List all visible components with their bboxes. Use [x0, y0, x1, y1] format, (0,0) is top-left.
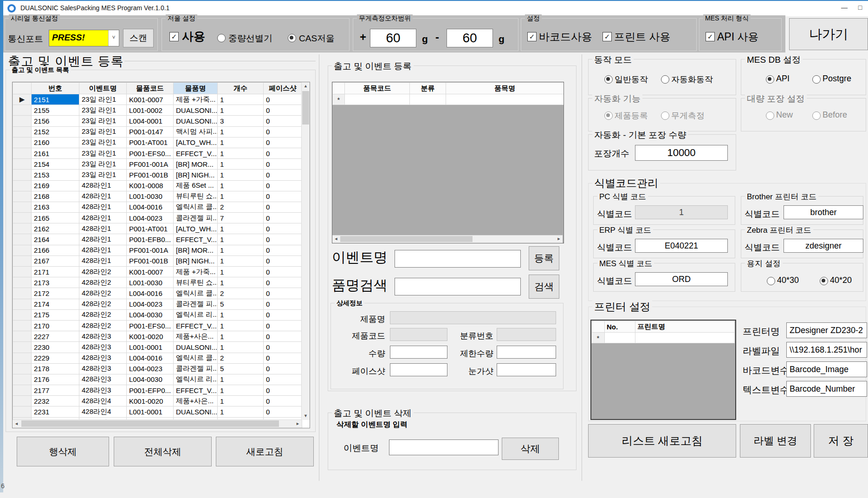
scroll-down-icon[interactable]: ▼: [302, 412, 310, 420]
table-cell[interactable]: 23일 라인1: [79, 159, 127, 170]
table-cell[interactable]: 콜라겐젤 피...: [174, 213, 218, 223]
table-cell[interactable]: 2151: [32, 94, 79, 105]
table-cell[interactable]: 428라인2: [79, 299, 127, 309]
table-cell[interactable]: L004-0023: [127, 213, 174, 223]
table-cell[interactable]: 제품 6Set ...: [174, 180, 218, 191]
paper-4030-label[interactable]: 40*30: [777, 275, 799, 285]
table-cell[interactable]: L004-0030: [127, 374, 174, 385]
table-cell[interactable]: 0: [264, 202, 302, 212]
table-cell[interactable]: 1: [218, 137, 264, 148]
table-cell[interactable]: 0: [264, 288, 302, 299]
table-cell[interactable]: 2168: [32, 191, 79, 202]
table-cell[interactable]: L001-0030: [127, 191, 174, 202]
table-cell[interactable]: 1: [218, 396, 264, 406]
col-printer-name[interactable]: 프린트명: [635, 321, 735, 333]
maximize-icon[interactable]: □: [853, 2, 867, 13]
table-cell[interactable]: L001-0030: [127, 277, 174, 288]
scroll-left-icon[interactable]: ◄: [332, 236, 340, 242]
table-cell[interactable]: 엘릭시르 클...: [174, 288, 218, 299]
table-cell[interactable]: 428라인1: [79, 256, 127, 266]
table-row[interactable]: 216123일 라인1P001-EFS0...EFFECT_V...10: [13, 148, 302, 158]
table-cell[interactable]: DUALSONI...: [174, 342, 218, 353]
table-cell[interactable]: [446, 94, 564, 105]
register-button[interactable]: 등록: [529, 246, 559, 270]
table-cell[interactable]: L004-0023: [127, 363, 174, 374]
table-cell[interactable]: 0: [264, 180, 302, 191]
vertical-scrollbar[interactable]: ▲ ▼: [301, 82, 310, 420]
table-cell[interactable]: [13, 406, 32, 417]
table-cell[interactable]: L001-0002: [127, 105, 174, 116]
label-file-input[interactable]: [786, 342, 867, 358]
table-cell[interactable]: EFFECT_V...: [174, 385, 218, 396]
table-cell[interactable]: 428라인2: [79, 309, 127, 320]
table-cell[interactable]: 0: [264, 267, 302, 277]
table-cell[interactable]: 428라인1: [79, 180, 127, 191]
table-cell[interactable]: 1: [218, 331, 264, 342]
table-cell[interactable]: 제품+사은...: [174, 396, 218, 406]
table-cell[interactable]: 0: [264, 159, 302, 170]
item-search-input[interactable]: [395, 278, 521, 295]
table-cell[interactable]: K001-0020: [127, 331, 174, 342]
table-cell[interactable]: 428라인1: [79, 213, 127, 223]
horizontal-scrollbar[interactable]: ◄ ►: [332, 235, 563, 243]
table-cell[interactable]: 1: [218, 385, 264, 396]
minimize-icon[interactable]: —: [837, 2, 851, 13]
table-cell[interactable]: 0: [264, 148, 302, 158]
table-cell[interactable]: [345, 94, 410, 105]
table-cell[interactable]: 2: [218, 288, 264, 299]
db-postgre-radio[interactable]: [812, 75, 821, 84]
table-row[interactable]: 2172428라인2L004-0016엘릭시르 클...20: [13, 288, 302, 299]
table-cell[interactable]: [13, 191, 32, 202]
table-cell[interactable]: 1: [218, 159, 264, 170]
tolerance-minus-input[interactable]: [447, 29, 493, 47]
table-row[interactable]: 2169428라인1K001-0008제품 6Set ...10: [13, 180, 302, 191]
table-cell[interactable]: 5: [218, 299, 264, 309]
table-cell[interactable]: 5: [218, 363, 264, 374]
quantity-input[interactable]: [390, 346, 447, 359]
table-cell[interactable]: [13, 137, 32, 148]
table-cell[interactable]: [13, 245, 32, 256]
table-row[interactable]: 2164428라인1P001-EFB0...EFFECT_V...10: [13, 234, 302, 245]
table-cell[interactable]: L004-0016: [127, 288, 174, 299]
table-row[interactable]: 2166428라인1PF001-001A[BR] MOR...10: [13, 245, 302, 256]
list-refresh-button[interactable]: 리스트 새로고침: [588, 424, 736, 458]
table-row[interactable]: 2231428라인4L001-0001DUALSONI...10: [13, 406, 302, 417]
table-cell[interactable]: 2154: [32, 159, 79, 170]
scan-button[interactable]: 스캔: [123, 29, 154, 47]
table-cell[interactable]: 23일 라인1: [79, 126, 127, 137]
delete-row-button[interactable]: 행삭제: [17, 437, 109, 466]
table-cell[interactable]: 1: [218, 277, 264, 288]
table-cell[interactable]: [BR] MOR...: [174, 159, 218, 170]
item-select-grid[interactable]: 품목코드 분류 품목명 * ◄ ►: [332, 82, 564, 243]
table-cell[interactable]: 2232: [32, 396, 79, 406]
table-cell[interactable]: [BR] NIGH...: [174, 170, 218, 180]
table-cell[interactable]: 1: [218, 245, 264, 256]
refresh-button[interactable]: 새로고침: [216, 437, 314, 466]
table-cell[interactable]: 2230: [32, 342, 79, 353]
scrollbar-thumb[interactable]: [21, 420, 279, 427]
table-cell[interactable]: K001-0007: [127, 94, 174, 105]
paper-4020-label[interactable]: 40*20: [830, 275, 852, 285]
table-cell[interactable]: 0: [264, 105, 302, 116]
event-list-grid[interactable]: 번호 이벤트명 물품코드 물품명 개수 페이스샷 ▶215123일 라인1K00…: [12, 82, 310, 428]
table-cell[interactable]: 1: [218, 191, 264, 202]
table-cell[interactable]: 2174: [32, 299, 79, 309]
table-cell[interactable]: 428라인1: [79, 245, 127, 256]
table-cell[interactable]: 428라인2: [79, 277, 127, 288]
table-cell[interactable]: 23일 라인1: [79, 94, 127, 105]
table-cell[interactable]: 2167: [32, 256, 79, 266]
table-cell[interactable]: [635, 333, 735, 343]
table-cell[interactable]: [13, 234, 32, 245]
text-var-input[interactable]: [786, 381, 867, 397]
table-cell[interactable]: 1: [218, 256, 264, 266]
table-cell[interactable]: 1: [218, 180, 264, 191]
table-cell[interactable]: [605, 333, 635, 343]
table-cell[interactable]: 0: [264, 223, 302, 234]
db-api-radio[interactable]: [766, 75, 774, 84]
table-row[interactable]: 2171428라인2K001-0007제품 +가죽...10: [13, 267, 302, 277]
table-cell[interactable]: 2160: [32, 137, 79, 148]
table-cell[interactable]: 1: [218, 267, 264, 277]
table-row[interactable]: 2176428라인3L004-0030엘릭시르 리...10: [13, 374, 302, 385]
table-cell[interactable]: DUALSONI...: [174, 406, 218, 417]
horizontal-scrollbar[interactable]: ◄ ►: [13, 419, 302, 428]
